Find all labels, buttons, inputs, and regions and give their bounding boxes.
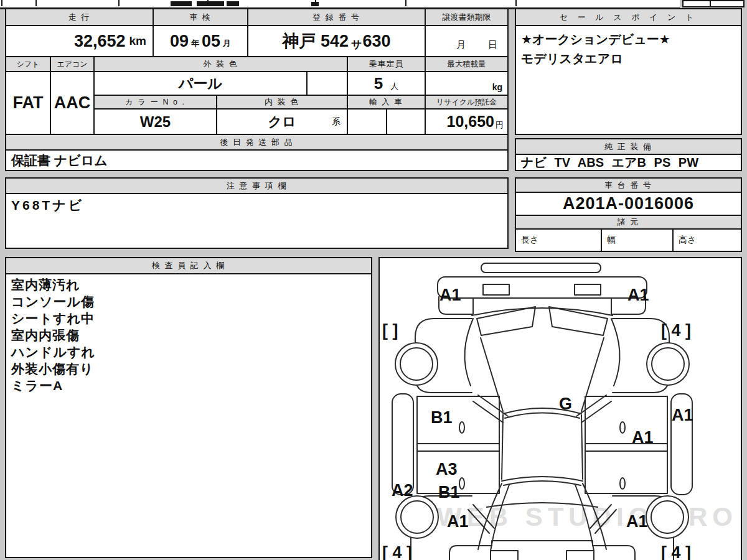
inspection-value: 09 年 05 月 — [153, 25, 248, 57]
registration-number: 630 — [362, 32, 390, 51]
inspection-year: 09 — [170, 32, 189, 51]
inspector-note: シートすれ中 — [11, 310, 366, 327]
recycle-deposit-header: リサイクル預託金 — [425, 95, 509, 110]
max-load-value: kg — [425, 71, 509, 96]
transfer-deadline-header: 譲渡書類期限 — [425, 8, 509, 26]
diagram-label: A1 — [632, 428, 654, 447]
exterior-color-value: パール — [93, 71, 308, 96]
sales-point-content: ★オークションデビュー★ モデリスタエアロ — [515, 25, 742, 135]
capacity-header: 乗車定員 — [347, 56, 426, 72]
diagram-label: A1 — [447, 512, 469, 531]
diagram-label: [ ] — [382, 321, 398, 340]
capacity-value: 5 人 — [347, 71, 426, 96]
clipped-text-fragment — [311, 2, 319, 6]
clipped-text-fragment — [227, 1, 239, 6]
recycle-deposit-number: 10,650 — [447, 113, 494, 131]
interior-color-header: 内 装 色 — [216, 95, 348, 110]
clipped-text-fragment — [197, 1, 224, 6]
mileage-unit: km — [129, 34, 146, 48]
remnant-divider — [405, 0, 406, 6]
sales-point-line: ★オークションデビュー★ — [521, 30, 736, 49]
auction-sheet: { "sheet": { "mileage": {"label": "走 行",… — [0, 0, 747, 560]
diagram-label: B1 — [431, 408, 453, 427]
diagram-label: B1 — [438, 483, 460, 502]
mileage-header: 走 行 — [5, 8, 154, 26]
capacity-unit: 人 — [390, 81, 398, 92]
recycle-deposit-unit: 円 — [496, 119, 504, 131]
interior-color-suffix: 系 — [332, 116, 341, 128]
shift-value: FAT — [5, 71, 51, 135]
transfer-deadline-value: 月 日 — [425, 25, 509, 57]
interior-color-value: クロ 系 — [216, 108, 348, 135]
sales-point-header: セ ー ル ス ポ イ ン ト — [515, 8, 742, 26]
clipped-cell — [682, 0, 711, 7]
notes-field-content: Y68Tナビ — [5, 193, 509, 249]
later-shipping-header: 後 日 発 送 部 品 — [5, 134, 509, 151]
specs-header: 諸 元 — [515, 215, 742, 230]
diagram-label: [ 4 ] — [382, 543, 412, 560]
diagram-label: A1 — [626, 512, 648, 531]
inspector-note: ハンドルすれ — [11, 343, 366, 360]
remnant-divider — [515, 0, 517, 6]
chassis-no-value: A201A-0016006 — [515, 192, 742, 216]
remnant-divider — [118, 0, 120, 6]
clipped-cell — [710, 0, 745, 7]
spec-length-cell: 長さ — [515, 228, 602, 252]
inspector-note: ミラーA — [11, 377, 366, 394]
diagram-label: [ 4 ] — [661, 543, 691, 560]
diagram-label: G — [559, 394, 572, 413]
inspector-note: 外装小傷有り — [11, 360, 366, 377]
inspection-month: 05 — [202, 32, 220, 51]
empty-cell — [306, 71, 348, 96]
chassis-no-header: 車 台 番 号 — [515, 177, 742, 193]
genuine-equipment-value: ナビ TV ABS エアB PS PW — [515, 154, 742, 171]
interior-color-name: クロ — [268, 113, 296, 131]
later-shipping-value: 保証書 ナビロム — [5, 149, 509, 171]
diagram-label: A2 — [392, 481, 413, 500]
diagram-label: A1 — [672, 406, 693, 424]
exterior-color-header: 外 装 色 — [93, 56, 348, 72]
mileage-number: 32,652 — [74, 32, 126, 51]
color-no-value: W25 — [93, 108, 217, 135]
import-car-cell-1 — [347, 108, 387, 135]
notes-field-header: 注 意 事 項 欄 — [5, 177, 509, 194]
import-car-cell-2 — [386, 108, 426, 135]
shift-header: シフト — [5, 56, 51, 72]
import-car-header: 輸 入 車 — [347, 95, 426, 110]
registration-region: 神戸 542 — [282, 30, 349, 52]
day-label: 日 — [488, 39, 497, 51]
registration-kana: サ — [351, 37, 362, 52]
diagram-label: A3 — [436, 460, 458, 478]
aircon-header: エアコン — [50, 56, 95, 72]
inspector-note: 室内薄汚れ — [11, 276, 366, 293]
max-load-header: 最大積載量 — [425, 56, 509, 72]
inspection-header: 車 検 — [153, 8, 248, 26]
inspector-note: 室内内張傷 — [11, 327, 366, 343]
inspector-note: コンソール傷 — [11, 293, 366, 310]
spec-width-cell: 幅 — [601, 228, 674, 252]
inspector-header: 検 査 員 記 入 欄 — [5, 257, 372, 274]
inspection-month-unit: 月 — [223, 38, 231, 49]
capacity-number: 5 — [374, 74, 383, 93]
car-diagram: WEB STUDIO PRO — [380, 258, 741, 560]
aircon-value: AAC — [50, 71, 95, 135]
genuine-equipment-header: 純 正 装 備 — [515, 138, 742, 155]
diagram-label: A1 — [627, 286, 649, 304]
registration-value: 神戸 542 サ 630 — [247, 25, 426, 57]
watermark: WEB STUDIO PRO — [437, 502, 738, 531]
mileage-value: 32,652 km — [5, 25, 154, 57]
month-label: 月 — [456, 39, 466, 51]
clipped-text-fragment — [171, 1, 192, 6]
registration-header: 登 録 番 号 — [247, 8, 426, 26]
remnant-divider — [1, 0, 2, 6]
recycle-deposit-value: 10,650 円 — [425, 108, 509, 135]
remnant-divider — [35, 0, 37, 6]
inspection-year-unit: 年 — [191, 38, 199, 49]
diagram-label: A1 — [439, 286, 461, 304]
color-no-header: カ ラ ー N o . — [93, 95, 217, 110]
spec-height-cell: 高さ — [672, 228, 742, 252]
inspector-notes: 室内薄汚れ コンソール傷 シートすれ中 室内内張傷 ハンドルすれ 外装小傷有り … — [5, 273, 372, 558]
diagram-label: [ 4 ] — [661, 321, 691, 340]
car-diagram-box: WEB STUDIO PRO — [378, 257, 742, 560]
sales-point-line: モデリスタエアロ — [521, 49, 736, 68]
